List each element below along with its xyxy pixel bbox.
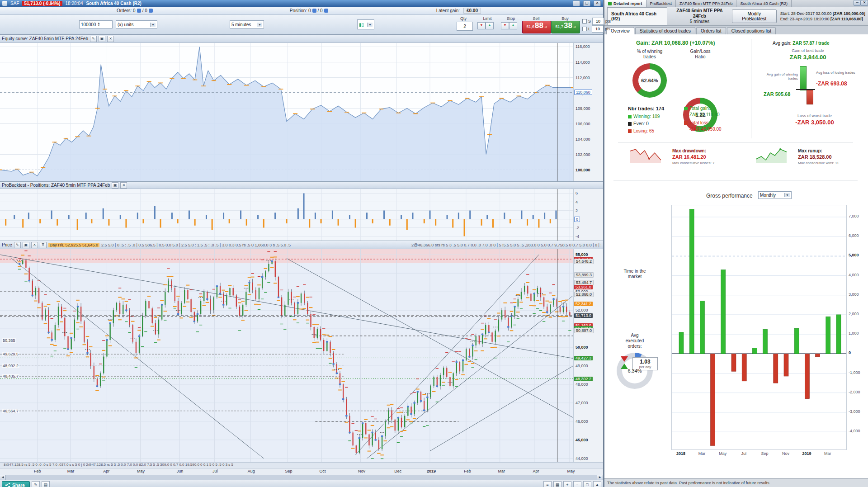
- gross-performance-chart[interactable]: 7,0006,0005,0004,0003,0002,0001,0000-1,0…: [671, 205, 868, 465]
- equity-axis: 116,000114,000112,000110,000108,000106,0…: [573, 43, 603, 181]
- report-close-button[interactable]: ✕: [861, 0, 868, 6]
- stop-s-checkbox[interactable]: [582, 19, 587, 24]
- stop-header: Stop: [502, 16, 520, 21]
- section-divider-2: [613, 180, 858, 180]
- window-icon[interactable]: ▣: [112, 182, 118, 189]
- timeframe-select[interactable]: 5 minutes▼: [230, 20, 264, 28]
- price-panel-title: Price ✎ ▣ ✕ ∇ Day H/L 52,925.5 51,645.0 …: [0, 241, 603, 249]
- price-scrollbar[interactable]: ◀ ▶: [0, 475, 603, 480]
- sell-stop-button[interactable]: ▼: [501, 22, 509, 29]
- tab-system[interactable]: ZAF40 5min MTF PPA 24Feb: [676, 0, 736, 7]
- period-select[interactable]: Monthly▼: [758, 191, 792, 199]
- indicator-icon[interactable]: ▤: [42, 481, 50, 487]
- scroll-track[interactable]: [6, 475, 597, 480]
- expand-icon[interactable]: ▲: [593, 481, 601, 487]
- scroll-left-icon[interactable]: ◀: [0, 475, 6, 480]
- positions-chart[interactable]: [0, 189, 573, 241]
- price-chart[interactable]: 50,36549,629.548,992.248,435.746,564.7: [0, 249, 573, 462]
- ratio-donut: 1.22: [683, 98, 717, 132]
- report-system: ZAF40 5min MTF PPA 24Feb 5 minutes: [671, 8, 728, 24]
- best-trade-value: ZAR 3,844.00: [772, 54, 844, 61]
- window-icon[interactable]: ▣: [99, 36, 105, 42]
- tab-instrument[interactable]: South Africa 40 Cash (R2): [736, 0, 792, 7]
- units-select[interactable]: (x) units▼: [116, 20, 157, 28]
- close-panel-icon[interactable]: ✕: [120, 182, 127, 189]
- tab-closed-positions[interactable]: Closed positions list: [727, 27, 776, 34]
- share-button[interactable]: Share: [2, 481, 30, 487]
- orders-settings-icon[interactable]: [149, 9, 153, 13]
- stats-divider: [751, 39, 751, 138]
- avg-orders-label: Avgexecutedorders:: [612, 333, 657, 349]
- print-icon[interactable]: ▦: [553, 481, 561, 487]
- perf-axis-tick: -3,000: [849, 409, 860, 414]
- period-value: Monthly: [760, 193, 776, 198]
- report-minimize-button[interactable]: ─: [854, 0, 861, 6]
- limit-l-input[interactable]: [592, 25, 604, 33]
- limit-l-checkbox[interactable]: [582, 27, 587, 31]
- orders-icon[interactable]: [137, 9, 141, 13]
- minimize-button[interactable]: ─: [573, 0, 580, 6]
- modify-probacktest-button[interactable]: Modify ProBacktest: [732, 9, 777, 23]
- sell-price-big: 88: [535, 21, 543, 30]
- position-icon[interactable]: [312, 9, 316, 13]
- quantity-stepper[interactable]: 100000 ▲▼: [79, 20, 113, 28]
- equity-plot-row: 116,000114,000112,000110,000108,000106,0…: [0, 43, 603, 181]
- month-label: Dec: [394, 469, 401, 473]
- close-panel-icon[interactable]: ✕: [107, 36, 114, 42]
- buy-button[interactable]: 51,738.0: [551, 21, 580, 33]
- time-in-market-label: Time in themarket: [612, 269, 657, 279]
- axis-tick: 52,000: [576, 308, 588, 312]
- month-label: Jun: [177, 469, 184, 473]
- tab-probacktest[interactable]: ProBacktest: [646, 0, 676, 7]
- close-button[interactable]: ✕: [594, 0, 601, 6]
- axis-tick: 108,000: [576, 106, 590, 111]
- edit-icon[interactable]: ✎: [90, 36, 97, 42]
- stop-s-input[interactable]: [592, 18, 604, 25]
- stop-trailing-row: S pts: [582, 18, 611, 25]
- avg-gain-value: ZAR 57.87 / trade: [793, 41, 829, 46]
- filter-icon[interactable]: ∇: [40, 242, 47, 248]
- edit-icon[interactable]: ✎: [14, 242, 21, 248]
- buy-limit-button[interactable]: ▲: [486, 22, 494, 29]
- avg-loss-label: Avg loss of losing trades: [816, 71, 858, 75]
- perf-axis-tick: 0: [849, 350, 851, 355]
- drawing-tools-icon[interactable]: ✎: [32, 481, 40, 487]
- price-plot-row: 50,36549,629.548,992.248,435.746,564.7 5…: [0, 249, 603, 462]
- zoom-out-icon[interactable]: −: [573, 481, 581, 487]
- price-title-label: Price: [2, 242, 12, 247]
- quantity-spin-arrows[interactable]: ▲▼: [97, 22, 100, 27]
- sell-button[interactable]: 51,688.0: [522, 21, 551, 33]
- orders-bar: Orders: 0 / 0 Position: 0 / 0 Latent gai…: [0, 7, 603, 15]
- maximize-button[interactable]: ▢: [583, 0, 590, 6]
- qty-input[interactable]: [457, 22, 473, 31]
- latent-gain-value: £0.00: [463, 8, 481, 14]
- buy-stop-button[interactable]: ▲: [509, 22, 517, 29]
- losing-count: Losing: 65: [628, 128, 654, 133]
- report-content: Gain: ZAR 10,068.80 (+10.07%) Avg gain: …: [604, 34, 868, 478]
- positions-plot-row: 64200-2-4: [0, 189, 603, 241]
- report-icon: [608, 2, 612, 5]
- close-panel-icon[interactable]: ✕: [31, 242, 38, 248]
- quantity-value: 100000: [81, 22, 96, 27]
- gain-summary: Gain: ZAR 10,068.80 (+10.07%): [636, 40, 715, 46]
- nbr-trades: Nbr trades: 174: [628, 106, 664, 111]
- tab-detailed-report[interactable]: Detailed report: [604, 0, 646, 7]
- price-tag: 54,648.2: [574, 259, 594, 264]
- snapshot-icon[interactable]: □: [583, 481, 591, 487]
- position-settings-icon[interactable]: [324, 9, 328, 13]
- limit-l-units: pts: [605, 27, 610, 31]
- zoom-in-icon[interactable]: +: [563, 481, 571, 487]
- chart-style-select[interactable]: ▮▯▼: [357, 19, 374, 29]
- scroll-right-icon[interactable]: ▶: [597, 475, 603, 480]
- tab-overview[interactable]: Overview: [606, 27, 634, 34]
- sell-limit-button[interactable]: ▼: [477, 22, 486, 29]
- tab-statistics[interactable]: Statistics of closed trades: [635, 27, 695, 34]
- list-icon[interactable]: ≡: [543, 481, 552, 487]
- tab-orders-list[interactable]: Orders list: [696, 27, 726, 34]
- window-icon[interactable]: ▣: [23, 242, 29, 248]
- indicator-values-strip-2: 2@46,366.0 srs rs 5 3 .5 5.0 0.7 0.0 .0 …: [411, 243, 601, 247]
- buy-price-prefix: 51,7: [555, 24, 563, 29]
- equity-chart[interactable]: [0, 43, 573, 181]
- runup-sparkline-icon: [755, 147, 788, 163]
- even-count: Even: 0: [628, 121, 649, 126]
